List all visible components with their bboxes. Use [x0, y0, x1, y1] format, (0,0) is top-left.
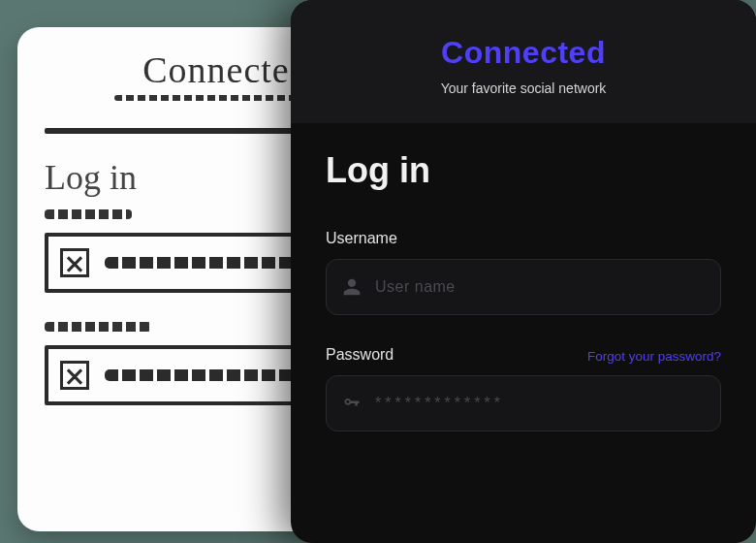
password-input-wrap[interactable]	[326, 375, 721, 431]
login-card: Connected Your favorite social network L…	[291, 0, 756, 543]
sketch-icon-placeholder	[60, 361, 89, 390]
login-body: Log in Username Password Forgot your pas…	[291, 123, 756, 459]
login-header: Connected Your favorite social network	[291, 0, 756, 123]
password-label-row: Password Forgot your password?	[326, 346, 721, 364]
password-label: Password	[326, 346, 394, 364]
username-input-wrap[interactable]	[326, 259, 721, 315]
username-label-row: Username	[326, 230, 721, 247]
sketch-label-squiggle-1	[45, 209, 132, 219]
sketch-label-squiggle-2	[45, 322, 151, 332]
brand-title: Connected	[291, 35, 756, 71]
password-input[interactable]	[375, 395, 705, 412]
form-title: Log in	[326, 150, 721, 191]
username-input[interactable]	[375, 278, 705, 296]
sketch-icon-placeholder	[60, 248, 89, 277]
key-icon	[342, 394, 362, 413]
username-label: Username	[326, 230, 397, 247]
user-icon	[342, 277, 362, 297]
tagline: Your favorite social network	[291, 80, 756, 96]
forgot-password-link[interactable]: Forgot your password?	[587, 349, 721, 364]
